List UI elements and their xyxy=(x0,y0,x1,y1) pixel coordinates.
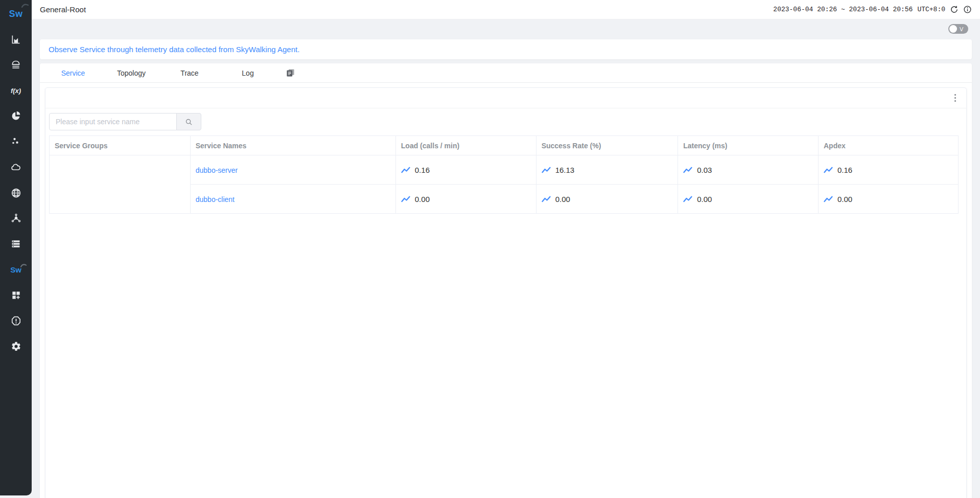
load-metric: 0.00 xyxy=(401,195,531,203)
latency-metric: 0.03 xyxy=(683,166,813,174)
apdex-metric: 0.16 xyxy=(824,166,953,174)
skywalking-app: Sw f(x) xyxy=(0,0,980,498)
page-title: General-Root xyxy=(40,5,86,14)
time-controls: 2023-06-04 20:26 ~ 2023-06-04 20:56 UTC+… xyxy=(773,5,972,14)
refresh-button[interactable] xyxy=(950,5,959,14)
sidebar-item-scatter[interactable] xyxy=(10,136,22,147)
kebab-menu-icon xyxy=(954,94,956,96)
search-row xyxy=(49,113,966,130)
top-header: General-Root 2023-06-04 20:26 ~ 2023-06-… xyxy=(32,0,980,19)
toggle-label: V xyxy=(960,26,963,32)
globe-icon xyxy=(11,188,21,198)
sidebar-item-gateway[interactable] xyxy=(10,187,22,198)
toggle-knob xyxy=(949,25,957,33)
scatter-dots-icon xyxy=(11,137,21,147)
skywalking-icon: Sw xyxy=(10,265,21,274)
info-button[interactable] xyxy=(963,5,972,14)
service-link-dubbo-client[interactable]: dubbo-client xyxy=(196,195,235,203)
tab-trace[interactable]: Trace xyxy=(164,69,216,77)
trend-line-icon xyxy=(542,196,551,202)
function-icon: f(x) xyxy=(11,87,21,95)
info-icon xyxy=(963,5,972,14)
col-success-rate: Success Rate (%) xyxy=(536,136,678,155)
service-list-widget: Service Groups Service Names Load (calls… xyxy=(45,87,967,498)
service-group-cell xyxy=(50,155,191,214)
sidebar-item-function[interactable]: f(x) xyxy=(10,85,22,96)
trend-line-icon xyxy=(401,167,410,173)
widget-menu-button[interactable] xyxy=(952,92,959,104)
tab-log[interactable]: Log xyxy=(222,69,274,77)
search-input[interactable] xyxy=(49,113,177,130)
sidebar-item-list[interactable] xyxy=(10,238,22,250)
tab-bar: Service Topology Trace Log xyxy=(40,63,972,83)
refresh-icon xyxy=(950,5,959,14)
col-service-names: Service Names xyxy=(190,136,395,155)
version-toggle[interactable]: V xyxy=(948,24,968,34)
banner: Observe Service through telemetry data c… xyxy=(40,39,972,59)
trend-line-icon xyxy=(683,196,692,202)
sidebar-item-general-service[interactable] xyxy=(10,34,22,45)
main-area: General-Root 2023-06-04 20:26 ~ 2023-06-… xyxy=(32,0,980,498)
col-load: Load (calls / min) xyxy=(395,136,536,155)
sidebar-item-database[interactable] xyxy=(10,59,22,71)
cloud-icon xyxy=(10,162,21,172)
col-apdex: Apdex xyxy=(818,136,958,155)
timezone: UTC+8:0 xyxy=(917,6,945,13)
skywalking-logo[interactable]: Sw xyxy=(9,5,22,23)
time-range[interactable]: 2023-06-04 20:26 ~ 2023-06-04 20:56 xyxy=(773,6,913,13)
table-row: dubbo-server 0.16 16.13 0.03 xyxy=(50,155,959,185)
latency-metric: 0.00 xyxy=(683,195,813,203)
widget-toolbar xyxy=(45,88,966,108)
table-header-row: Service Groups Service Names Load (calls… xyxy=(50,136,959,155)
sidebar-item-mesh[interactable] xyxy=(10,213,22,224)
dashboard-add-icon xyxy=(11,290,21,300)
service-link-dubbo-server[interactable]: dubbo-server xyxy=(196,166,238,174)
copy-tabs-button[interactable] xyxy=(280,69,300,77)
service-table: Service Groups Service Names Load (calls… xyxy=(49,135,959,214)
settings-gear-icon xyxy=(11,341,21,352)
success-rate-metric: 0.00 xyxy=(542,195,673,203)
banner-text: Observe Service through telemetry data c… xyxy=(49,45,299,54)
sidebar-item-browser[interactable] xyxy=(10,110,22,122)
sidebar-item-skywalking[interactable]: Sw xyxy=(10,264,22,275)
toolbar-strip: V xyxy=(32,19,980,38)
tab-topology[interactable]: Topology xyxy=(105,69,157,77)
alarm-icon xyxy=(11,315,21,326)
pie-chart-icon xyxy=(11,111,21,121)
tab-service[interactable]: Service xyxy=(47,69,99,77)
list-icon xyxy=(11,239,21,249)
mesh-node-icon xyxy=(11,213,21,224)
load-metric: 0.16 xyxy=(401,166,531,174)
search-button[interactable] xyxy=(176,113,201,130)
logo-text: Sw xyxy=(9,9,22,19)
col-service-groups: Service Groups xyxy=(50,136,191,155)
success-rate-metric: 16.13 xyxy=(542,166,673,174)
sidebar-item-alarm[interactable] xyxy=(10,315,22,326)
trend-line-icon xyxy=(542,167,551,173)
sidebar-item-dashboards[interactable] xyxy=(10,289,22,301)
sidebar: Sw f(x) xyxy=(0,0,32,495)
trend-line-icon xyxy=(824,167,833,173)
database-icon xyxy=(11,60,21,70)
logo-swoosh-icon xyxy=(21,3,29,8)
trend-line-icon xyxy=(683,167,692,173)
copy-icon xyxy=(286,69,295,77)
sidebar-item-cloud[interactable] xyxy=(10,162,22,173)
apdex-metric: 0.00 xyxy=(824,195,953,203)
bar-chart-icon xyxy=(11,34,21,44)
magnifier-icon xyxy=(185,118,193,126)
trend-line-icon xyxy=(824,196,833,202)
sidebar-item-settings[interactable] xyxy=(10,341,22,352)
sidebar-nav: f(x) Sw xyxy=(10,34,22,352)
dashboard-card: Service Topology Trace Log xyxy=(40,63,972,498)
trend-line-icon xyxy=(401,196,410,202)
col-latency: Latency (ms) xyxy=(678,136,819,155)
